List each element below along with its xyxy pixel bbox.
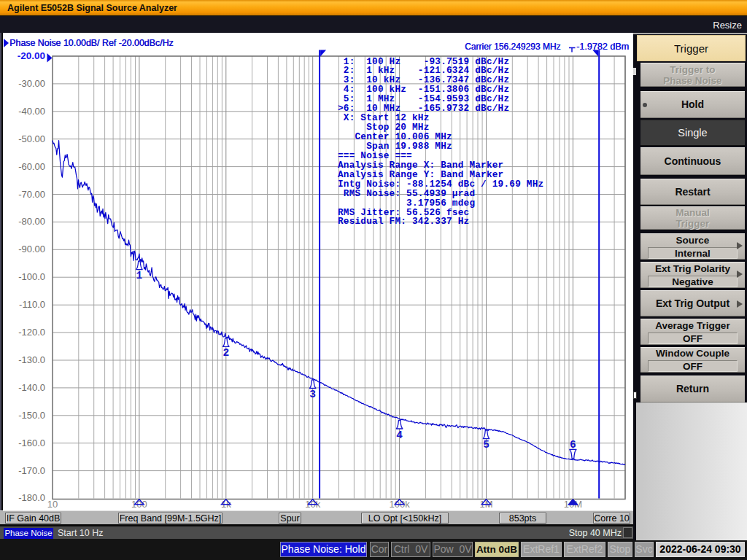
svg-text:2: 2 xyxy=(222,347,229,359)
svg-text:4: 4 xyxy=(396,429,403,441)
svg-text:6: 6 xyxy=(570,439,576,451)
svg-text:10: 10 xyxy=(47,499,58,510)
svg-text:3: 3 xyxy=(309,389,316,400)
svg-text:5: 5 xyxy=(483,439,489,451)
svg-text:1: 1 xyxy=(136,270,143,281)
